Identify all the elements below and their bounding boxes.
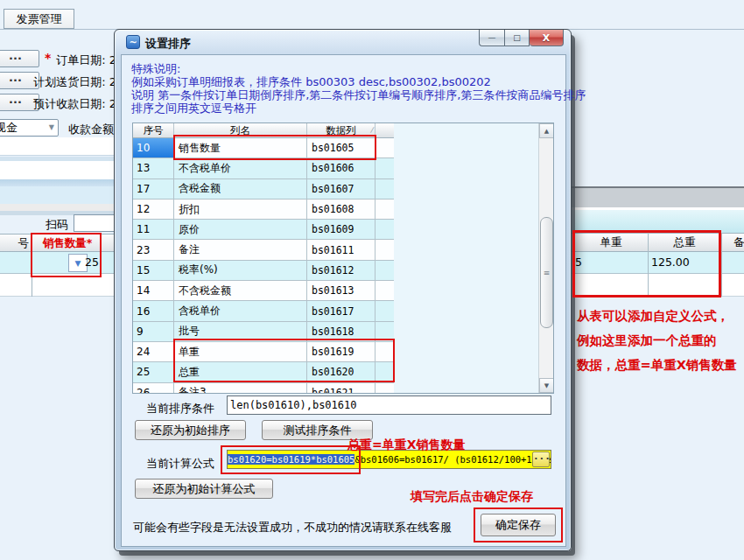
sort-settings-dialog: ~ 设置排序 — □ X 特殊说明: 例如采购订单明细报表，排序条件 bs003… xyxy=(114,29,572,551)
maximize-icon: □ xyxy=(513,33,521,42)
sort-condition-input[interactable]: len(bs01610),bs01610 xyxy=(227,396,551,415)
cell-name[interactable]: 原价 xyxy=(174,220,307,240)
sort-condition-label: 当前排序条件 xyxy=(146,401,214,416)
footer-note: 可能会有些字段是无法设置成功，不成功的情况请联系在线客服 xyxy=(133,520,452,536)
cell-datacol[interactable]: bs01617 xyxy=(307,301,376,321)
scroll-up-icon: ▲ xyxy=(544,128,549,135)
delivery-date-label: 计划送货日期: 2 xyxy=(32,74,116,90)
cell-extra xyxy=(376,383,394,394)
cell-datacol[interactable]: bs01611 xyxy=(307,240,376,260)
chevron-down-icon: ▼ xyxy=(49,123,54,131)
cell-seq[interactable]: 24 xyxy=(133,342,174,362)
cell-datacol[interactable]: bs01607 xyxy=(307,179,376,200)
cell-seq[interactable]: 9 xyxy=(133,322,174,342)
cell-name[interactable]: 不含税金额 xyxy=(174,281,307,301)
cell-seq[interactable]: 26 xyxy=(133,383,174,394)
cell-extra xyxy=(376,179,394,200)
payment-date-label: 预计收款日期: 2 xyxy=(32,96,116,112)
cell-extra xyxy=(376,138,394,158)
cell-extra xyxy=(376,281,394,301)
scan-code-label: 扫码 xyxy=(46,217,68,233)
cell-datacol[interactable]: bs01606 xyxy=(307,158,376,178)
close-button[interactable]: X xyxy=(530,30,564,46)
minimize-button[interactable]: — xyxy=(479,30,504,46)
cell-seq[interactable]: 11 xyxy=(133,220,174,240)
partial-header: 备 xyxy=(733,235,744,250)
cell-seq[interactable]: 14 xyxy=(133,281,174,301)
maximize-button[interactable]: □ xyxy=(504,30,530,46)
table-scrollbar[interactable]: ▲ ≡ ▼ xyxy=(538,123,553,393)
cell-extra xyxy=(376,261,394,281)
order-date-label: 订单日期: 2 xyxy=(32,52,116,68)
cell-extra xyxy=(376,301,394,321)
table-row[interactable]: 11原价bs01609 xyxy=(133,220,394,240)
scroll-down-icon: ▼ xyxy=(544,382,549,389)
stripe xyxy=(0,161,118,179)
stripe xyxy=(0,186,118,204)
instruction-line: 说明 第一条件按订单日期倒序排序,第二条件按订单编号顺序排序,第三条件按商品编号… xyxy=(131,88,586,102)
save-hint-text: 填写完后点击确定保存 xyxy=(411,489,533,505)
divider xyxy=(721,233,722,297)
dialog-titlebar[interactable]: ~ 设置排序 — □ X xyxy=(115,30,571,54)
cell-name[interactable]: 备注3 xyxy=(174,383,307,394)
scroll-down-button[interactable]: ▼ xyxy=(539,378,554,393)
scroll-up-button[interactable]: ▲ xyxy=(539,123,554,138)
table-row[interactable]: 15税率(%)bs01612 xyxy=(133,261,394,281)
table-row[interactable]: 16含税单价bs01617 xyxy=(133,301,394,321)
table-row[interactable]: 26备注3bs01621 xyxy=(133,383,394,394)
instruction-line: 例如采购订单明细报表，排序条件 bs00303 desc,bs00302,bs0… xyxy=(131,75,586,88)
cell-seq[interactable]: 13 xyxy=(133,158,174,178)
header-seq[interactable]: 序号 xyxy=(133,123,174,137)
instructions: 特殊说明: 例如采购订单明细报表，排序条件 bs00303 desc,bs003… xyxy=(131,62,586,115)
cell-seq[interactable]: 12 xyxy=(133,200,174,220)
stripe xyxy=(0,137,118,156)
scrollbar-thumb[interactable]: ≡ xyxy=(540,217,553,328)
tab-invoice-management[interactable]: 发票管理 xyxy=(4,9,74,29)
header-extra xyxy=(376,123,394,137)
formula-more-button[interactable]: ... xyxy=(532,452,550,467)
payment-method-select[interactable]: 现金 ▼ xyxy=(0,119,59,136)
cell-datacol[interactable]: bs01608 xyxy=(307,200,376,220)
table-row[interactable]: 12折扣bs01608 xyxy=(133,200,394,220)
cell-datacol[interactable]: bs01621 xyxy=(307,383,376,394)
window-controls: — □ X xyxy=(479,30,564,46)
cell-datacol[interactable]: bs01609 xyxy=(307,220,376,240)
annotation-box-save xyxy=(474,508,563,542)
restore-sort-button[interactable]: 还原为初始排序 xyxy=(135,420,246,440)
cell-seq[interactable]: 25 xyxy=(133,362,174,382)
dialog-content: 特殊说明: 例如采购订单明细报表，排序条件 bs00303 desc,bs003… xyxy=(121,54,566,547)
payment-method-value: 现金 xyxy=(0,120,18,136)
annotation-box-weight-rows xyxy=(173,339,395,382)
table-row[interactable]: 17含税金额bs01607 xyxy=(133,179,394,200)
cell-name[interactable]: 折扣 xyxy=(174,200,307,220)
sort-indicator-icon: / xyxy=(370,126,373,134)
annotation-line: 例如这里添加一个总重的 xyxy=(577,328,744,353)
cell-seq[interactable]: 10 xyxy=(133,138,174,158)
stripe xyxy=(0,204,118,211)
dialog-title: 设置排序 xyxy=(145,36,191,52)
cell-name[interactable]: 备注 xyxy=(174,240,307,260)
table-row[interactable]: 13不含税单价bs01606 xyxy=(133,158,394,178)
annotation-line: 数据，总重=单重X销售数量 xyxy=(577,353,744,377)
cell-seq[interactable]: 16 xyxy=(133,301,174,321)
cell-seq[interactable]: 15 xyxy=(133,261,174,281)
table-row[interactable]: 14不含税金额bs01613 xyxy=(133,281,394,301)
formula-hint-text: 总重=单重X销售数量 xyxy=(347,438,466,453)
cell-extra xyxy=(376,240,394,260)
cell-seq[interactable]: 17 xyxy=(133,179,174,200)
panel-band xyxy=(571,188,744,207)
grip-icon: ≡ xyxy=(544,269,551,277)
restore-formula-button[interactable]: 还原为初始计算公式 xyxy=(135,479,273,499)
minimize-icon: — xyxy=(488,33,496,42)
cell-extra xyxy=(376,200,394,220)
cell-datacol[interactable]: bs01612 xyxy=(307,261,376,281)
cell-seq[interactable]: 23 xyxy=(133,240,174,260)
formula-rest-text: &bs01606=bs01617/ (bs01612/100+1)&bs0 xyxy=(354,454,551,465)
cell-name[interactable]: 不含税单价 xyxy=(174,158,307,178)
cell-name[interactable]: 含税单价 xyxy=(174,301,307,321)
cell-name[interactable]: 税率(%) xyxy=(174,261,307,281)
cell-extra xyxy=(376,158,394,178)
table-row[interactable]: 23备注bs01611 xyxy=(133,240,394,260)
cell-datacol[interactable]: bs01613 xyxy=(307,281,376,301)
cell-name[interactable]: 含税金额 xyxy=(174,179,307,200)
